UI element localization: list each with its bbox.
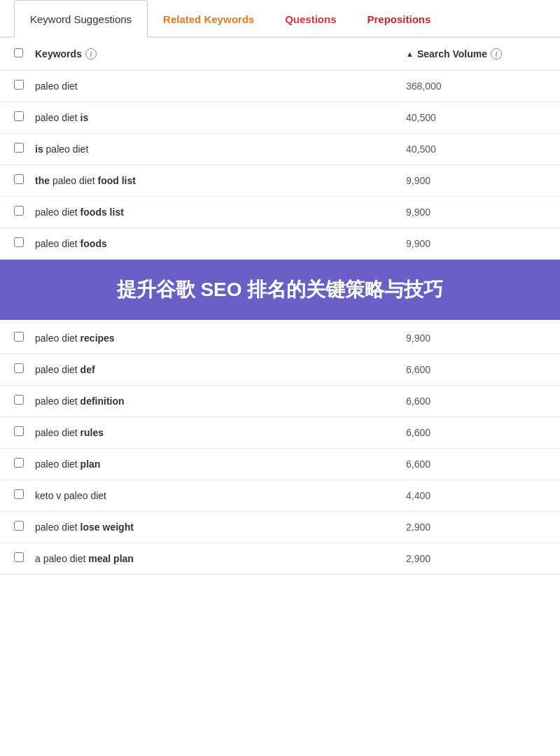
keywords-info-icon[interactable]: i <box>85 48 97 59</box>
row-checkbox-input[interactable] <box>14 206 24 216</box>
sort-icon: ▲ <box>406 50 414 58</box>
table-row: keto v paleo diet4,400 <box>0 480 560 512</box>
row-checkbox-cell <box>14 332 35 344</box>
row-checkbox-input[interactable] <box>14 143 24 153</box>
row-keyword-cell: paleo diet plan <box>35 458 406 470</box>
table-row: paleo diet recipes9,900 <box>0 323 560 354</box>
row-keyword-cell: paleo diet is <box>35 112 406 123</box>
row-checkbox-cell <box>14 206 35 218</box>
row-keyword-cell: paleo diet recipes <box>35 332 406 344</box>
row-checkbox-input[interactable] <box>14 426 24 436</box>
row-volume-cell: 9,900 <box>406 238 546 249</box>
tabs-bar: Keyword Suggestions Related Keywords Que… <box>0 0 560 38</box>
header-keyword-col: Keywords i <box>35 48 406 59</box>
keyword-bold-part: food list <box>98 175 136 186</box>
table-row: is paleo diet40,500 <box>0 134 560 165</box>
keyword-bold-part: plan <box>80 458 101 470</box>
row-checkbox-cell <box>14 458 35 470</box>
row-keyword-cell: paleo diet foods list <box>35 206 406 218</box>
row-keyword-cell: paleo diet def <box>35 364 406 375</box>
header-checkbox-cell <box>14 48 35 60</box>
row-volume-cell: 6,600 <box>406 396 546 407</box>
table-row: paleo diet foods list9,900 <box>0 197 560 228</box>
row-checkbox-cell <box>14 426 35 439</box>
row-volume-cell: 4,400 <box>406 490 546 501</box>
tab-keyword-suggestions[interactable]: Keyword Suggestions <box>14 0 148 38</box>
keyword-bold-part: foods list <box>80 206 124 218</box>
tab-related-keywords[interactable]: Related Keywords <box>148 0 270 36</box>
row-checkbox-cell <box>14 174 35 187</box>
row-checkbox-cell <box>14 143 35 155</box>
table-row: paleo diet lose weight2,900 <box>0 512 560 543</box>
row-checkbox-cell <box>14 80 35 92</box>
keyword-bold-part: meal plan <box>88 553 134 564</box>
header-volume-col[interactable]: ▲ Search Volume i <box>406 48 546 59</box>
row-volume-cell: 40,500 <box>406 144 546 155</box>
row-volume-cell: 368,000 <box>406 80 546 92</box>
table-row: paleo diet is40,500 <box>0 102 560 134</box>
row-volume-cell: 9,900 <box>406 332 546 344</box>
keywords-heading: Keywords <box>35 48 82 59</box>
volume-heading: Search Volume <box>417 48 487 59</box>
table-row: paleo diet368,000 <box>0 71 560 102</box>
keyword-bold-part: rules <box>80 427 104 438</box>
row-volume-cell: 2,900 <box>406 522 546 533</box>
keyword-bold-part: foods <box>80 238 107 249</box>
table-body: paleo diet368,000paleo diet is40,500is p… <box>0 71 560 575</box>
row-keyword-cell: paleo diet rules <box>35 427 406 438</box>
row-checkbox-cell <box>14 363 35 376</box>
row-checkbox-cell <box>14 111 35 124</box>
keyword-bold-part: definition <box>80 396 125 407</box>
keyword-bold-part: recipes <box>80 332 115 344</box>
row-checkbox-input[interactable] <box>14 111 24 121</box>
keyword-bold-part: is <box>80 112 89 123</box>
table-row: paleo diet rules6,600 <box>0 417 560 449</box>
row-checkbox-cell <box>14 489 35 502</box>
table-header: Keywords i ▲ Search Volume i <box>0 38 560 71</box>
row-keyword-cell: a paleo diet meal plan <box>35 553 406 564</box>
row-keyword-cell: paleo diet foods <box>35 238 406 249</box>
row-checkbox-input[interactable] <box>14 458 24 468</box>
volume-info-icon[interactable]: i <box>491 48 502 59</box>
row-checkbox-cell <box>14 521 35 533</box>
table-row: paleo diet def6,600 <box>0 354 560 386</box>
row-checkbox-input[interactable] <box>14 363 24 373</box>
row-volume-cell: 6,600 <box>406 427 546 438</box>
table-row: the paleo diet food list9,900 <box>0 165 560 197</box>
row-volume-cell: 2,900 <box>406 553 546 564</box>
row-volume-cell: 6,600 <box>406 364 546 375</box>
row-volume-cell: 40,500 <box>406 112 546 123</box>
row-volume-cell: 9,900 <box>406 175 546 186</box>
row-checkbox-cell <box>14 237 35 250</box>
overlay-banner: 提升谷歌 SEO 排名的关键策略与技巧 <box>0 260 560 320</box>
row-keyword-cell: paleo diet <box>35 80 406 92</box>
row-keyword-cell: paleo diet lose weight <box>35 522 406 533</box>
select-all-checkbox[interactable] <box>14 48 23 57</box>
keyword-bold-part: def <box>80 364 95 375</box>
row-keyword-cell: paleo diet definition <box>35 396 406 407</box>
row-checkbox-input[interactable] <box>14 80 24 90</box>
row-keyword-cell: keto v paleo diet <box>35 490 406 501</box>
keyword-bold-part: the <box>35 175 50 186</box>
row-keyword-cell: is paleo diet <box>35 144 406 155</box>
row-checkbox-input[interactable] <box>14 237 24 247</box>
row-volume-cell: 6,600 <box>406 458 546 470</box>
row-keyword-cell: the paleo diet food list <box>35 175 406 186</box>
row-checkbox-input[interactable] <box>14 552 24 562</box>
table-row: paleo diet plan6,600 <box>0 449 560 480</box>
table-row: a paleo diet meal plan2,900 <box>0 543 560 575</box>
keyword-bold-part: lose weight <box>80 522 134 533</box>
table-row: paleo diet definition6,600 <box>0 386 560 417</box>
row-checkbox-cell <box>14 552 35 565</box>
tab-questions[interactable]: Questions <box>270 0 351 36</box>
row-checkbox-input[interactable] <box>14 395 24 405</box>
row-checkbox-cell <box>14 395 35 407</box>
row-volume-cell: 9,900 <box>406 206 546 218</box>
keyword-bold-part: is <box>35 144 43 155</box>
table-row: paleo diet foods9,900 <box>0 228 560 260</box>
tab-prepositions[interactable]: Prepositions <box>352 0 447 36</box>
row-checkbox-input[interactable] <box>14 489 24 499</box>
row-checkbox-input[interactable] <box>14 332 24 342</box>
row-checkbox-input[interactable] <box>14 521 24 531</box>
row-checkbox-input[interactable] <box>14 174 24 184</box>
